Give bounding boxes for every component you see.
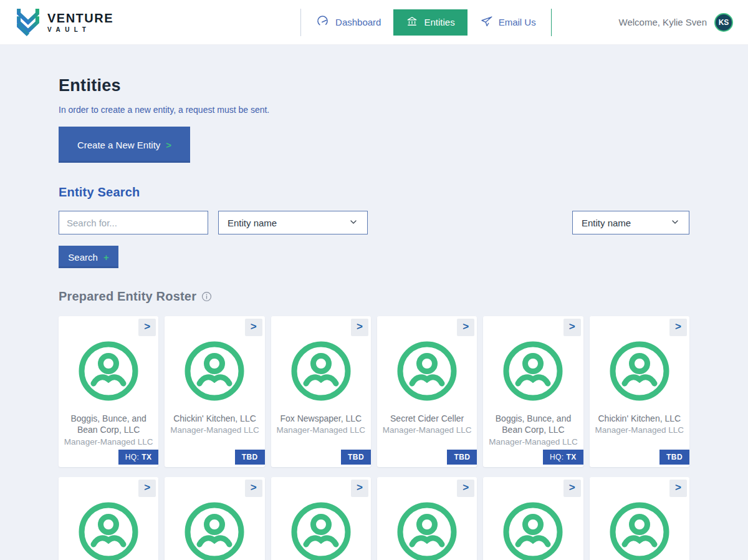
entity-card[interactable]: > Secret Cider Celler Manager-Managed LL… <box>377 316 477 467</box>
open-entity-button[interactable]: > <box>245 480 262 497</box>
roster-heading: Prepared Entity Roster <box>59 289 689 304</box>
person-in-circle-icon <box>608 340 671 405</box>
brand-subname: VAULT <box>47 27 113 33</box>
nav-item-dashboard[interactable]: Dashboard <box>304 9 393 36</box>
badge-value: TX <box>141 453 151 461</box>
person-in-circle-icon <box>396 501 458 560</box>
entity-name: Chickin' Kitchen, LLC <box>593 413 686 424</box>
entity-card[interactable]: > <box>271 477 371 560</box>
page-title: Entities <box>59 76 689 95</box>
open-entity-button[interactable]: > <box>669 319 687 336</box>
entity-hq-badge: TBD <box>447 450 477 465</box>
entity-type: Manager-Managed LLC <box>489 437 578 447</box>
paper-plane-icon <box>480 15 493 30</box>
entity-type: Manager-Managed LLC <box>277 425 366 435</box>
user-avatar[interactable]: KS <box>714 13 733 32</box>
entity-card[interactable]: > <box>59 477 158 560</box>
open-entity-button[interactable]: > <box>245 319 262 336</box>
entity-name: Boggis, Bunce, and Bean Corp, LLC <box>483 413 583 436</box>
entity-card[interactable]: > <box>165 477 264 560</box>
entity-card[interactable]: > Chickin' Kitchen, LLC Manager-Managed … <box>590 316 689 467</box>
entity-hq-badge: TBD <box>659 450 689 465</box>
entity-card[interactable]: > Boggis, Bunce, and Bean Corp, LLC Mana… <box>59 316 158 467</box>
open-entity-button[interactable]: > <box>138 480 156 497</box>
badge-value: TX <box>567 453 577 461</box>
open-entity-button[interactable]: > <box>138 319 156 336</box>
person-in-circle-icon <box>77 501 140 560</box>
open-entity-button[interactable]: > <box>669 480 687 497</box>
entity-hq-badge: TBD <box>341 450 371 465</box>
person-in-circle-icon <box>502 340 564 405</box>
entity-type: Manager-Managed LLC <box>64 437 153 447</box>
entity-card[interactable]: > Boggis, Bunce, and Bean Corp, LLC Mana… <box>483 316 583 467</box>
person-in-circle-icon <box>290 501 352 560</box>
badge-value: TBD <box>242 453 258 461</box>
entity-name: Chickin' Kitchen, LLC <box>168 413 261 424</box>
create-entity-label: Create a New Entity <box>77 140 160 150</box>
entity-name: Secret Cider Celler <box>385 413 469 424</box>
person-in-circle-icon <box>183 501 246 560</box>
search-button[interactable]: Search + <box>59 246 118 268</box>
entity-hq-badge: TBD <box>235 450 265 465</box>
bank-icon <box>406 15 418 29</box>
open-entity-button[interactable]: > <box>351 319 368 336</box>
gauge-icon <box>316 14 330 30</box>
search-input[interactable] <box>59 211 208 234</box>
chevron-down-icon <box>348 217 358 229</box>
chevron-right-icon: > <box>166 140 171 150</box>
badge-label: HQ: <box>125 453 140 461</box>
entity-type: Manager-Managed LLC <box>170 425 259 435</box>
entity-card[interactable]: > <box>590 477 689 560</box>
nav-label: Entities <box>424 17 454 27</box>
select-value: Entity name <box>228 218 277 228</box>
entity-card[interactable]: > Chickin' Kitchen, LLC Manager-Managed … <box>165 316 264 467</box>
brand-name: VENTURE <box>47 12 113 24</box>
open-entity-button[interactable]: > <box>563 480 581 497</box>
roster-heading-label: Prepared Entity Roster <box>59 289 196 304</box>
shield-chevrons-logo-icon <box>15 5 41 40</box>
search-filter-select[interactable]: Entity name <box>218 211 368 234</box>
header-right: Welcome, Kylie Sven KS <box>619 13 733 32</box>
person-in-circle-icon <box>502 501 564 560</box>
nav-label: Dashboard <box>335 17 381 27</box>
badge-value: TBD <box>348 453 364 461</box>
person-in-circle-icon <box>608 501 671 560</box>
entity-hq-badge: HQ:TX <box>543 450 583 465</box>
header: VENTURE VAULT Dashboard Entities <box>0 0 748 45</box>
nav-label: Email Us <box>499 17 536 27</box>
entity-name: Fox Newspaper, LLC <box>275 413 367 424</box>
sort-select[interactable]: Entity name <box>572 211 689 234</box>
person-in-circle-icon <box>396 340 458 405</box>
entity-card[interactable]: > Fox Newspaper, LLC Manager-Managed LLC… <box>271 316 371 467</box>
entity-card[interactable]: > <box>377 477 477 560</box>
open-entity-button[interactable]: > <box>457 319 474 336</box>
badge-label: HQ: <box>550 453 564 461</box>
info-icon[interactable] <box>201 291 212 302</box>
badge-value: TBD <box>666 453 683 461</box>
main-nav: Dashboard Entities Email Us <box>300 9 552 36</box>
page-subtitle: In order to create a new entity, a reque… <box>59 105 689 115</box>
nav-item-entities[interactable]: Entities <box>393 9 467 36</box>
plus-icon: + <box>103 252 109 263</box>
entity-type: Manager-Managed LLC <box>595 425 684 435</box>
open-entity-button[interactable]: > <box>457 480 474 497</box>
select-value: Entity name <box>582 218 631 228</box>
entity-roster-grid: > Boggis, Bunce, and Bean Corp, LLC Mana… <box>59 316 689 560</box>
nav-item-email-us[interactable]: Email Us <box>467 9 549 36</box>
entity-name: Boggis, Bunce, and Bean Corp, LLC <box>59 413 158 436</box>
entity-type: Manager-Managed LLC <box>383 425 472 435</box>
person-in-circle-icon <box>290 340 352 405</box>
person-in-circle-icon <box>183 340 246 405</box>
brand-logo[interactable]: VENTURE VAULT <box>15 5 113 40</box>
entity-search-heading: Entity Search <box>59 185 689 200</box>
main-content: Entities In order to create a new entity… <box>59 45 689 560</box>
person-in-circle-icon <box>77 340 140 405</box>
search-controls-row: Entity name Entity name <box>59 211 689 234</box>
open-entity-button[interactable]: > <box>563 319 581 336</box>
entity-hq-badge: HQ:TX <box>118 450 159 465</box>
welcome-text: Welcome, Kylie Sven <box>619 17 707 27</box>
create-entity-button[interactable]: Create a New Entity > <box>59 127 190 163</box>
chevron-down-icon <box>670 217 680 229</box>
entity-card[interactable]: > <box>483 477 583 560</box>
open-entity-button[interactable]: > <box>351 480 368 497</box>
